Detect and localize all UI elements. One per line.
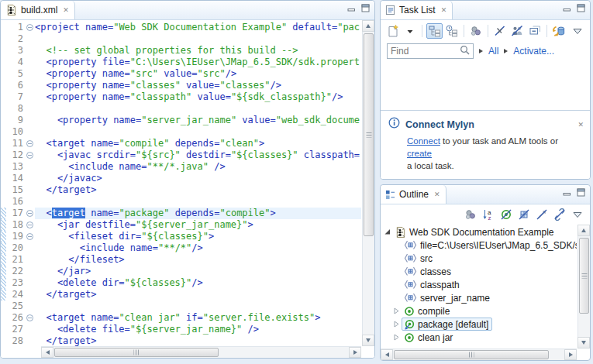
scroll-down-arrow[interactable] — [577, 337, 590, 349]
code-line[interactable]: 28 </target> — [1, 335, 361, 346]
fold-collapse-icon[interactable] — [26, 314, 33, 321]
fold-collapse-icon[interactable] — [26, 152, 33, 159]
tab-outline[interactable]: Outline ✕ — [381, 185, 446, 204]
outline-node-label-box[interactable]: package [default] — [402, 318, 492, 331]
close-icon[interactable]: ✕ — [577, 121, 584, 129]
code-line[interactable]: 26 <target name="clean jar" if="server.f… — [1, 312, 361, 324]
outline-node-label-box[interactable]: server_jar_name — [402, 291, 494, 304]
minimize-icon[interactable] — [347, 4, 356, 12]
code-line[interactable]: 5 <property name="src" value="src"/> — [1, 68, 361, 80]
focus-button[interactable] — [462, 207, 478, 222]
outline-node-label-box[interactable]: file=C:\Users\IEUser\JMap_6.5_SDK/s — [402, 239, 577, 252]
hide-properties-button[interactable] — [515, 207, 532, 222]
code-line[interactable]: 27 <delete file="${server_jar_name}" /> — [1, 324, 361, 335]
link-connect[interactable]: Connect — [407, 136, 440, 146]
code-text[interactable]: <include name="**/*.java" /> — [35, 161, 361, 173]
scroll-down-arrow[interactable] — [362, 335, 374, 346]
outline-node-server-jar-name[interactable]: server_jar_name — [381, 291, 577, 304]
code-line[interactable]: 1<project name="Web SDK Documentation Ex… — [1, 22, 361, 33]
scroll-up-arrow[interactable] — [577, 225, 590, 236]
code-text[interactable]: <target name="package" depends="compile"… — [35, 208, 361, 219]
expand-activate-arrow-icon[interactable] — [504, 49, 508, 53]
code-line[interactable]: 18 <jar destfile="${server_jar_name}"> — [1, 219, 361, 231]
group-by-category-button[interactable] — [426, 23, 442, 39]
filter-completed-tasks-button[interactable] — [492, 23, 508, 39]
fold-collapse-icon[interactable] — [26, 24, 33, 31]
close-tab-icon[interactable]: ✕ — [434, 191, 440, 198]
code-line[interactable]: 8 — [1, 103, 361, 115]
code-line[interactable]: 24 </target> — [1, 289, 361, 300]
view-menu-button[interactable] — [569, 207, 585, 222]
code-text[interactable]: <delete file="${server_jar_name}" /> — [35, 324, 361, 335]
code-line[interactable]: 2 — [1, 33, 361, 45]
code-text[interactable]: <include name="**/*"/> — [35, 242, 361, 254]
scroll-left-arrow[interactable] — [381, 349, 393, 360]
outline-node-clean-jar[interactable]: clean jar — [381, 331, 577, 344]
code-line[interactable]: 12 <javac srcdir="${src}" destdir="${cla… — [1, 149, 361, 161]
link-activate[interactable]: Activate... — [513, 46, 554, 57]
scroll-up-arrow[interactable] — [362, 20, 374, 32]
fold-collapse-icon[interactable] — [26, 221, 33, 228]
outline-node-file-c-users-ieuser-jmap-6-5-sdk-s[interactable]: file=C:\Users\IEUser\JMap_6.5_SDK/s — [381, 239, 577, 252]
fold-collapse-icon[interactable] — [26, 210, 33, 217]
code-line[interactable]: 7 <property name="classpath" value="${sd… — [1, 91, 361, 103]
tree-collapsed-arrow-icon[interactable] — [393, 307, 402, 314]
code-line[interactable]: 20 <include name="**/*"/> — [1, 242, 361, 254]
tab-build-xml[interactable]: build.xml ✕ — [1, 1, 75, 19]
hide-imported-elements-button[interactable] — [533, 207, 550, 222]
code-line[interactable]: 6 <property name="classes" value="classe… — [1, 80, 361, 91]
code-text[interactable]: <jar destfile="${server_jar_name}"> — [35, 219, 361, 231]
outline-node-classpath[interactable]: classpath — [381, 278, 577, 291]
code-text[interactable] — [35, 103, 361, 115]
code-text[interactable]: <target name="clean jar" if="server.file… — [35, 312, 361, 324]
outline-node-package-default-[interactable]: package [default] — [381, 318, 577, 331]
code-text[interactable]: <target name="compile" depends="clean"> — [35, 138, 361, 149]
code-text[interactable] — [35, 300, 361, 312]
code-line[interactable]: 19 <fileset dir="${classes}"> — [1, 231, 361, 242]
hide-internal-targets-button[interactable] — [498, 207, 514, 222]
close-tab-icon[interactable]: ✕ — [63, 6, 69, 14]
scrollbar-thumb[interactable] — [364, 33, 374, 236]
new-task-button[interactable] — [385, 23, 401, 39]
collapse-all-button[interactable] — [526, 23, 542, 39]
code-line[interactable]: 3 <!-- set global properties for this bu… — [1, 45, 361, 57]
tree-collapsed-arrow-icon[interactable] — [393, 321, 402, 328]
code-line[interactable]: 15 </target> — [1, 184, 361, 196]
code-text[interactable]: </fileset> — [35, 254, 361, 266]
code-text[interactable] — [35, 33, 361, 45]
code-text[interactable] — [35, 196, 361, 208]
search-icon[interactable] — [460, 44, 470, 58]
outline-node-web-sdk-documentation-example[interactable]: Web SDK Documentation Example — [381, 225, 577, 239]
outline-node-classes[interactable]: classes — [381, 265, 577, 278]
code-line[interactable]: 17 <target name="package" depends="compi… — [1, 208, 361, 219]
fold-collapse-icon[interactable] — [26, 233, 33, 240]
code-text[interactable]: </target> — [35, 289, 361, 300]
code-line[interactable]: 11 <target name="compile" depends="clean… — [1, 138, 361, 149]
expand-all-arrow-icon[interactable] — [479, 49, 483, 53]
scroll-right-arrow[interactable] — [564, 349, 577, 360]
maximize-icon[interactable] — [577, 4, 585, 12]
code-line[interactable]: 22 </jar> — [1, 266, 361, 277]
code-line[interactable]: 21 </fileset> — [1, 254, 361, 266]
focus-on-workweek-button[interactable] — [468, 23, 484, 39]
fold-collapse-icon[interactable] — [26, 140, 33, 147]
synchronize-button[interactable] — [551, 23, 567, 39]
code-text[interactable]: <property name="classes" value="classes"… — [35, 80, 361, 91]
outline-node-compile[interactable]: compile — [381, 304, 577, 318]
scrollbar-thumb[interactable] — [394, 350, 549, 359]
tree-collapsed-arrow-icon[interactable] — [393, 334, 402, 341]
code-line[interactable]: 4 <property file="C:\Users\IEUser\JMap_6… — [1, 57, 361, 68]
tree-expanded-arrow-icon[interactable] — [384, 228, 392, 235]
code-text[interactable]: <property name="src" value="src"/> — [35, 68, 361, 80]
tab-task-list[interactable]: Task List ✕ — [381, 1, 453, 19]
scroll-left-arrow[interactable] — [41, 347, 53, 358]
scrollbar-thumb[interactable] — [54, 348, 219, 357]
outline-node-src[interactable]: src — [381, 252, 577, 265]
outline-node-label-box[interactable]: clean jar — [402, 331, 457, 344]
code-text[interactable] — [35, 126, 361, 138]
scheduled-presentation-button[interactable] — [444, 23, 460, 39]
outline-node-label-box[interactable]: Web SDK Documentation Example — [392, 225, 558, 239]
code-text[interactable]: <property file="C:\Users\IEUser\JMap_6.5… — [35, 57, 361, 68]
code-line[interactable]: 23 <delete dir="${classes}"/> — [1, 277, 361, 289]
maximize-icon[interactable] — [361, 4, 370, 12]
